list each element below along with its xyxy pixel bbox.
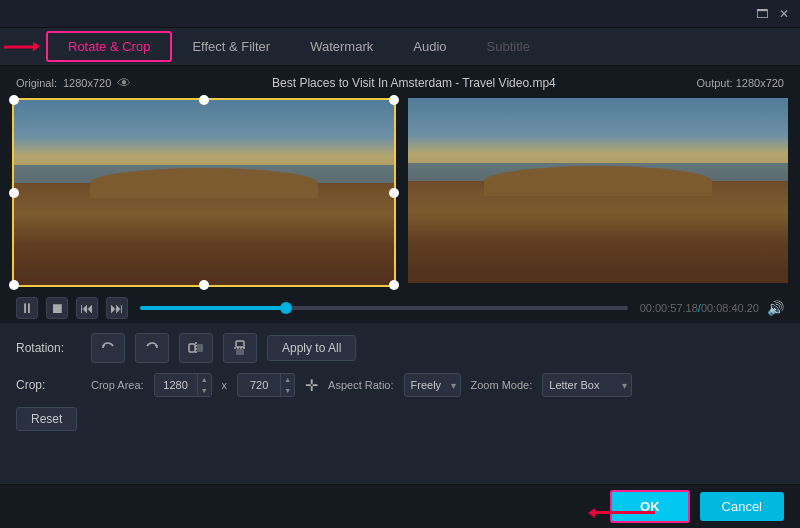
time-current: 00:00:57.18 bbox=[640, 302, 698, 314]
video-panels bbox=[12, 94, 788, 291]
rotate-right-button[interactable] bbox=[135, 333, 169, 363]
crop-handle-tm[interactable] bbox=[199, 95, 209, 105]
crop-height-input[interactable]: 720 bbox=[238, 379, 280, 391]
rotation-row: Rotation: bbox=[16, 333, 784, 363]
bottom-bar: OK Cancel bbox=[0, 484, 800, 528]
svg-rect-3 bbox=[197, 344, 203, 352]
crop-height-arrows: ▲ ▼ bbox=[280, 374, 294, 396]
rotation-label: Rotation: bbox=[16, 341, 81, 355]
crop-width-up[interactable]: ▲ bbox=[198, 374, 211, 385]
controls-section: Rotation: bbox=[0, 323, 800, 439]
bottom-arrow-indicator bbox=[595, 511, 655, 514]
next-frame-button[interactable]: ⏭ bbox=[106, 297, 128, 319]
time-total: 00:08:40.20 bbox=[701, 302, 759, 314]
svg-rect-5 bbox=[236, 341, 244, 347]
crop-area-label: Crop Area: bbox=[91, 379, 144, 391]
restore-button[interactable]: 🗖 bbox=[754, 6, 770, 22]
preview-video-thumb bbox=[408, 98, 788, 283]
crop-handle-tr[interactable] bbox=[389, 95, 399, 105]
flip-horizontal-button[interactable] bbox=[179, 333, 213, 363]
cancel-button[interactable]: Cancel bbox=[700, 492, 784, 521]
crop-width-arrows: ▲ ▼ bbox=[197, 374, 211, 396]
crop-handle-br[interactable] bbox=[389, 280, 399, 290]
source-video-thumb bbox=[14, 100, 394, 285]
tab-arrow-indicator bbox=[4, 45, 34, 48]
crop-height-up[interactable]: ▲ bbox=[281, 374, 294, 385]
prev-frame-button[interactable]: ⏮ bbox=[76, 297, 98, 319]
progress-track[interactable] bbox=[140, 306, 628, 310]
video-title: Best Places to Visit In Amsterdam - Trav… bbox=[272, 76, 556, 90]
tab-audio[interactable]: Audio bbox=[393, 33, 466, 60]
ok-button[interactable]: OK bbox=[610, 490, 690, 523]
video-panel-source bbox=[12, 98, 396, 287]
progress-fill bbox=[140, 306, 286, 310]
tab-effect-filter[interactable]: Effect & Filter bbox=[172, 33, 290, 60]
title-bar: 🗖 ✕ bbox=[0, 0, 800, 28]
rotate-left-button[interactable] bbox=[91, 333, 125, 363]
crop-handle-tl[interactable] bbox=[9, 95, 19, 105]
move-icon[interactable]: ✛ bbox=[305, 376, 318, 395]
apply-to-all-button[interactable]: Apply to All bbox=[267, 335, 356, 361]
playback-bar: ⏸ ⏹ ⏮ ⏭ 00:00:57.18/00:08:40.20 🔊 bbox=[12, 291, 788, 323]
zoom-mode-select-wrap: Letter Box Pan & Scan Full bbox=[542, 373, 632, 397]
crop-width-down[interactable]: ▼ bbox=[198, 385, 211, 396]
zoom-mode-label: Zoom Mode: bbox=[471, 379, 533, 391]
tab-subtitle: Subtitle bbox=[467, 33, 550, 60]
output-label: Output: bbox=[697, 77, 733, 89]
crop-handle-mr[interactable] bbox=[389, 188, 399, 198]
dimension-separator: x bbox=[222, 379, 228, 391]
aspect-ratio-label: Aspect Ratio: bbox=[328, 379, 393, 391]
svg-rect-2 bbox=[189, 344, 195, 352]
crop-label: Crop: bbox=[16, 378, 81, 392]
original-info: Original: 1280x720 👁 bbox=[16, 75, 131, 91]
crop-width-input[interactable]: 1280 bbox=[155, 379, 197, 391]
output-resolution: 1280x720 bbox=[736, 77, 784, 89]
video-info-bar: Original: 1280x720 👁 Best Places to Visi… bbox=[12, 72, 788, 94]
original-label: Original: bbox=[16, 77, 57, 89]
crop-height-down[interactable]: ▼ bbox=[281, 385, 294, 396]
video-area: Original: 1280x720 👁 Best Places to Visi… bbox=[0, 66, 800, 323]
zoom-mode-select[interactable]: Letter Box Pan & Scan Full bbox=[542, 373, 632, 397]
crop-width-spinbox[interactable]: 1280 ▲ ▼ bbox=[154, 373, 212, 397]
tab-rotate-crop[interactable]: Rotate & Crop bbox=[46, 31, 172, 62]
stop-button[interactable]: ⏹ bbox=[46, 297, 68, 319]
time-display: 00:00:57.18/00:08:40.20 bbox=[640, 302, 759, 314]
tab-bar: Rotate & Crop Effect & Filter Watermark … bbox=[0, 28, 800, 66]
tab-watermark[interactable]: Watermark bbox=[290, 33, 393, 60]
crop-handle-bm[interactable] bbox=[199, 280, 209, 290]
crop-height-spinbox[interactable]: 720 ▲ ▼ bbox=[237, 373, 295, 397]
flip-vertical-button[interactable] bbox=[223, 333, 257, 363]
svg-rect-6 bbox=[236, 349, 244, 355]
volume-icon[interactable]: 🔊 bbox=[767, 300, 784, 316]
crop-handle-ml[interactable] bbox=[9, 188, 19, 198]
eye-icon[interactable]: 👁 bbox=[117, 75, 131, 91]
crop-row: Crop: Crop Area: 1280 ▲ ▼ x 720 ▲ ▼ ✛ As… bbox=[16, 373, 784, 397]
original-resolution: 1280x720 bbox=[63, 77, 111, 89]
aspect-ratio-select-wrap: Freely 16:9 4:3 1:1 9:16 bbox=[404, 373, 461, 397]
play-button[interactable]: ⏸ bbox=[16, 297, 38, 319]
close-button[interactable]: ✕ bbox=[776, 6, 792, 22]
output-info: Output: 1280x720 bbox=[697, 77, 784, 89]
progress-thumb[interactable] bbox=[280, 302, 292, 314]
aspect-ratio-select[interactable]: Freely 16:9 4:3 1:1 9:16 bbox=[404, 373, 461, 397]
crop-handle-bl[interactable] bbox=[9, 280, 19, 290]
reset-button[interactable]: Reset bbox=[16, 407, 77, 431]
video-panel-preview bbox=[408, 98, 788, 287]
